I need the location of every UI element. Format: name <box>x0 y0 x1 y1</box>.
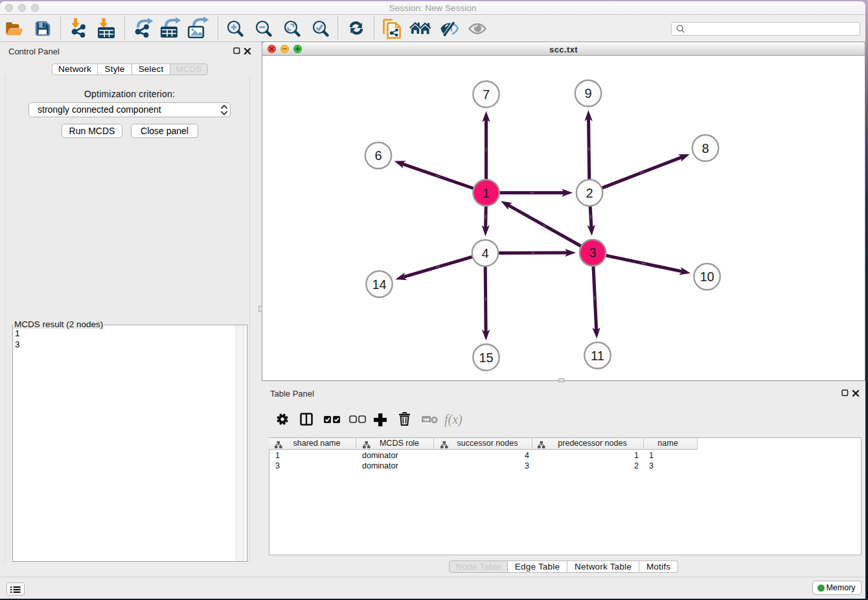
svg-text:4: 4 <box>481 246 488 260</box>
svg-text:8: 8 <box>702 141 709 156</box>
svg-text:15: 15 <box>479 351 493 365</box>
svg-text:14: 14 <box>372 277 386 292</box>
svg-text:10: 10 <box>700 270 714 284</box>
svg-text:7: 7 <box>483 87 490 102</box>
svg-text:2: 2 <box>586 186 593 200</box>
svg-text:3: 3 <box>589 246 596 260</box>
svg-text:6: 6 <box>374 148 382 163</box>
svg-text:11: 11 <box>591 349 604 363</box>
svg-text:1: 1 <box>483 186 490 200</box>
svg-text:9: 9 <box>584 86 591 100</box>
